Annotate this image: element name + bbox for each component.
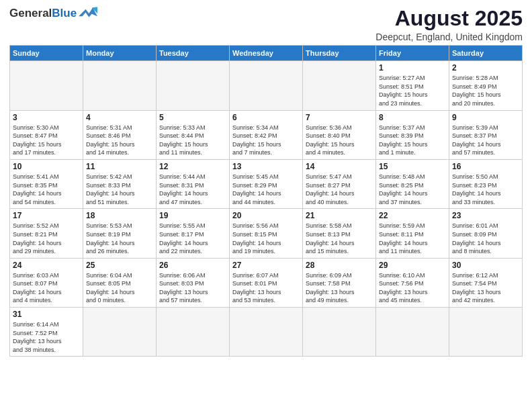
table-row: 19Sunrise: 5:55 AM Sunset: 8:17 PM Dayli…: [157, 209, 230, 258]
table-row: 12Sunrise: 5:44 AM Sunset: 8:31 PM Dayli…: [157, 159, 230, 208]
table-row: 25Sunrise: 6:04 AM Sunset: 8:05 PM Dayli…: [83, 258, 157, 307]
logo-text-block: GeneralBlue: [9, 7, 77, 20]
table-row: 15Sunrise: 5:48 AM Sunset: 8:25 PM Dayli…: [376, 159, 449, 208]
logo: GeneralBlue: [9, 7, 97, 20]
table-row: [303, 308, 376, 357]
table-row: 31Sunrise: 6:14 AM Sunset: 7:52 PM Dayli…: [10, 308, 83, 357]
day-info: Sunrise: 5:42 AM Sunset: 8:33 PM Dayligh…: [86, 173, 153, 206]
page: GeneralBlue August 2025 Deepcut, England…: [0, 0, 532, 411]
weekday-header-row: Sunday Monday Tuesday Wednesday Thursday…: [10, 46, 523, 61]
table-row: 26Sunrise: 6:06 AM Sunset: 8:03 PM Dayli…: [157, 258, 230, 307]
day-number: 16: [452, 162, 519, 171]
day-info: Sunrise: 6:14 AM Sunset: 7:52 PM Dayligh…: [13, 320, 80, 354]
day-info: Sunrise: 5:30 AM Sunset: 8:47 PM Dayligh…: [13, 124, 80, 157]
col-monday: Monday: [83, 46, 157, 61]
day-number: 25: [86, 261, 153, 270]
day-info: Sunrise: 5:45 AM Sunset: 8:29 PM Dayligh…: [232, 173, 300, 206]
day-info: Sunrise: 5:58 AM Sunset: 8:13 PM Dayligh…: [306, 222, 373, 255]
header-right: August 2025 Deepcut, England, United Kin…: [375, 7, 523, 42]
table-row: [376, 308, 449, 357]
table-row: [230, 61, 303, 110]
day-info: Sunrise: 5:48 AM Sunset: 8:25 PM Dayligh…: [379, 173, 446, 206]
day-info: Sunrise: 5:50 AM Sunset: 8:23 PM Dayligh…: [452, 173, 519, 206]
day-number: 26: [159, 261, 226, 270]
table-row: 21Sunrise: 5:58 AM Sunset: 8:13 PM Dayli…: [303, 209, 376, 258]
table-row: 14Sunrise: 5:47 AM Sunset: 8:27 PM Dayli…: [303, 159, 376, 208]
day-info: Sunrise: 6:09 AM Sunset: 7:58 PM Dayligh…: [306, 271, 373, 305]
table-row: 2Sunrise: 5:28 AM Sunset: 8:49 PM Daylig…: [449, 61, 523, 110]
day-info: Sunrise: 6:12 AM Sunset: 7:54 PM Dayligh…: [452, 271, 519, 305]
day-number: 6: [232, 113, 300, 122]
day-number: 8: [379, 113, 446, 122]
col-wednesday: Wednesday: [230, 46, 303, 61]
table-row: 8Sunrise: 5:37 AM Sunset: 8:39 PM Daylig…: [376, 110, 449, 159]
table-row: 30Sunrise: 6:12 AM Sunset: 7:54 PM Dayli…: [449, 258, 523, 307]
day-number: 12: [159, 162, 226, 171]
day-info: Sunrise: 5:47 AM Sunset: 8:27 PM Dayligh…: [306, 173, 373, 206]
day-number: 13: [232, 162, 300, 171]
day-info: Sunrise: 6:04 AM Sunset: 8:05 PM Dayligh…: [86, 271, 153, 305]
day-info: Sunrise: 5:56 AM Sunset: 8:15 PM Dayligh…: [232, 222, 300, 255]
table-row: [230, 308, 303, 357]
table-row: [303, 61, 376, 110]
day-number: 23: [452, 211, 519, 220]
day-number: 9: [452, 113, 519, 122]
day-info: Sunrise: 6:01 AM Sunset: 8:09 PM Dayligh…: [452, 222, 519, 255]
table-row: 16Sunrise: 5:50 AM Sunset: 8:23 PM Dayli…: [449, 159, 523, 208]
table-row: 13Sunrise: 5:45 AM Sunset: 8:29 PM Dayli…: [230, 159, 303, 208]
day-number: 1: [379, 63, 446, 73]
day-number: 30: [452, 261, 519, 270]
table-row: 18Sunrise: 5:53 AM Sunset: 8:19 PM Dayli…: [83, 209, 157, 258]
col-tuesday: Tuesday: [157, 46, 230, 61]
logo-general: General: [9, 7, 52, 19]
day-info: Sunrise: 5:34 AM Sunset: 8:42 PM Dayligh…: [232, 124, 300, 157]
calendar-title: August 2025: [375, 7, 523, 30]
table-row: 24Sunrise: 6:03 AM Sunset: 8:07 PM Dayli…: [10, 258, 83, 307]
calendar-subtitle: Deepcut, England, United Kingdom: [375, 32, 523, 42]
table-row: [449, 308, 523, 357]
header: GeneralBlue August 2025 Deepcut, England…: [9, 7, 523, 42]
table-row: 7Sunrise: 5:36 AM Sunset: 8:40 PM Daylig…: [303, 110, 376, 159]
table-row: [83, 61, 157, 110]
day-number: 3: [13, 113, 80, 122]
day-info: Sunrise: 5:52 AM Sunset: 8:21 PM Dayligh…: [13, 222, 80, 255]
day-info: Sunrise: 5:41 AM Sunset: 8:35 PM Dayligh…: [13, 173, 80, 206]
calendar-table: Sunday Monday Tuesday Wednesday Thursday…: [9, 45, 523, 357]
day-number: 5: [159, 113, 226, 122]
table-row: 22Sunrise: 5:59 AM Sunset: 8:11 PM Dayli…: [376, 209, 449, 258]
day-number: 21: [306, 211, 373, 220]
col-sunday: Sunday: [10, 46, 83, 61]
day-number: 19: [159, 211, 226, 220]
day-number: 2: [452, 63, 519, 73]
day-info: Sunrise: 5:59 AM Sunset: 8:11 PM Dayligh…: [379, 222, 446, 255]
table-row: [10, 61, 83, 110]
day-number: 17: [13, 211, 80, 220]
table-row: 27Sunrise: 6:07 AM Sunset: 8:01 PM Dayli…: [230, 258, 303, 307]
table-row: [157, 61, 230, 110]
logo-blue: Blue: [52, 7, 77, 19]
day-number: 7: [306, 113, 373, 122]
day-info: Sunrise: 6:06 AM Sunset: 8:03 PM Dayligh…: [159, 271, 226, 305]
day-info: Sunrise: 6:10 AM Sunset: 7:56 PM Dayligh…: [379, 271, 446, 305]
day-number: 14: [306, 162, 373, 171]
day-number: 18: [86, 211, 153, 220]
table-row: 28Sunrise: 6:09 AM Sunset: 7:58 PM Dayli…: [303, 258, 376, 307]
table-row: 1Sunrise: 5:27 AM Sunset: 8:51 PM Daylig…: [376, 61, 449, 110]
day-info: Sunrise: 5:31 AM Sunset: 8:46 PM Dayligh…: [86, 124, 153, 157]
table-row: [157, 308, 230, 357]
day-info: Sunrise: 5:44 AM Sunset: 8:31 PM Dayligh…: [159, 173, 226, 206]
logo-bird-icon: [79, 7, 97, 20]
col-thursday: Thursday: [303, 46, 376, 61]
day-info: Sunrise: 5:53 AM Sunset: 8:19 PM Dayligh…: [86, 222, 153, 255]
day-number: 29: [379, 261, 446, 270]
day-info: Sunrise: 5:39 AM Sunset: 8:37 PM Dayligh…: [452, 124, 519, 157]
day-info: Sunrise: 5:36 AM Sunset: 8:40 PM Dayligh…: [306, 124, 373, 157]
col-saturday: Saturday: [449, 46, 523, 61]
day-info: Sunrise: 5:27 AM Sunset: 8:51 PM Dayligh…: [379, 74, 446, 107]
day-number: 27: [232, 261, 300, 270]
table-row: 6Sunrise: 5:34 AM Sunset: 8:42 PM Daylig…: [230, 110, 303, 159]
day-number: 22: [379, 211, 446, 220]
day-number: 11: [86, 162, 153, 171]
logo-wordmark: GeneralBlue: [9, 7, 77, 20]
table-row: 5Sunrise: 5:33 AM Sunset: 8:44 PM Daylig…: [157, 110, 230, 159]
